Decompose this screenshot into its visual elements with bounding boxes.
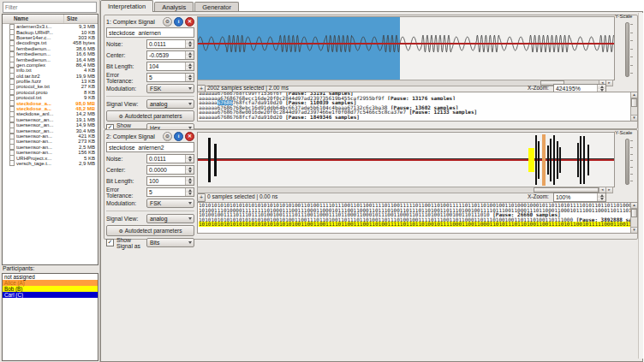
- noise-spinbox[interactable]: 0.0111: [146, 39, 194, 49]
- file-row[interactable]: URHProject.x...5 KB: [3, 155, 98, 160]
- file-row[interactable]: profile.fuzz13 KB: [3, 79, 98, 84]
- scroll-down-icon[interactable]: ▼: [631, 227, 637, 233]
- file-row[interactable]: tuersensor_an...19,1 MB: [3, 117, 98, 122]
- file-row[interactable]: protocol.txt9 KB: [3, 95, 98, 100]
- main-scrollbar[interactable]: [638, 13, 643, 359]
- file-row[interactable]: old.tar.bz219,9 MB: [3, 74, 98, 79]
- signal-burst: [208, 138, 211, 182]
- signal-2-settings-icon[interactable]: ⚙: [163, 132, 172, 141]
- file-row[interactable]: tuersensor_an...30,4 MB: [3, 128, 98, 133]
- file-row[interactable]: versch_tage.t...2,9 MB: [3, 161, 98, 166]
- file-row[interactable]: tuersensor-an...156 KB: [3, 150, 98, 155]
- tab-interpretation[interactable]: Interpretation: [100, 0, 153, 12]
- file-row[interactable]: Boeser14er.c...303 KB: [3, 35, 98, 40]
- bit-length-spinbox[interactable]: 104: [146, 62, 194, 71]
- signal-1-close-icon[interactable]: ✕: [185, 17, 194, 27]
- file-row[interactable]: decodings.txt458 bytes: [3, 40, 98, 45]
- scroll-up-icon[interactable]: ▲: [631, 203, 637, 209]
- signal-view-combobox[interactable]: analog: [146, 99, 194, 109]
- scroll-down-icon[interactable]: ▼: [631, 115, 637, 121]
- h-scrollbar-2[interactable]: ◂▸: [197, 187, 613, 193]
- spin-down-icon[interactable]: [186, 78, 194, 82]
- bit-length-spinbox[interactable]: 100: [146, 176, 194, 186]
- autodetect-parameters-button[interactable]: ⚙ Autodetect parameters: [106, 225, 194, 236]
- spin-down-icon[interactable]: [186, 181, 194, 186]
- bits-v-scrollbar[interactable]: ▲▼: [630, 203, 637, 233]
- message-row[interactable]: 1010101010101010101010101010101001100110…: [199, 222, 637, 227]
- modulation-combobox[interactable]: FSK: [146, 84, 194, 93]
- file-row[interactable]: info.txt4 KB: [3, 68, 98, 73]
- modulation-value: FSK: [147, 200, 186, 206]
- column-name[interactable]: Name: [3, 15, 64, 23]
- y-scale-slider-1[interactable]: [625, 22, 629, 77]
- file-row[interactable]: fernbedienun...38,6 MB: [3, 46, 98, 51]
- modulation-combobox[interactable]: FSK: [146, 199, 194, 208]
- signal-2-name-input[interactable]: [106, 142, 194, 152]
- zoom-in-button-2[interactable]: +: [197, 193, 206, 202]
- autodetect-parameters-button[interactable]: ⚙ Autodetect parameters: [106, 110, 194, 122]
- center-spinbox[interactable]: -0.0539: [146, 50, 194, 60]
- signal-2-waveform-plot[interactable]: [197, 132, 615, 187]
- file-row[interactable]: tuersensor-an...421 KB: [3, 134, 98, 139]
- spin-down-icon[interactable]: [598, 198, 605, 202]
- scroll-right-icon[interactable]: ▸: [605, 187, 612, 193]
- spin-down-icon[interactable]: [186, 170, 194, 175]
- signal-2-bit-messages[interactable]: 1010101010101010101010101010101001101001…: [197, 202, 638, 234]
- file-row[interactable]: steckdose_a...98,0 MB: [3, 100, 98, 105]
- signal-2-info-icon[interactable]: i: [174, 132, 183, 141]
- signal-burst: [542, 134, 546, 186]
- file-row[interactable]: fernbedienun...16,4 MB: [3, 56, 98, 62]
- file-size: 16,4 MB: [61, 57, 98, 62]
- file-tree[interactable]: Name Size anlernen3x3.t...9,3 MBBackup.U…: [2, 14, 98, 265]
- filter-input[interactable]: [3, 2, 97, 13]
- file-row[interactable]: gen.complex86,4 MB: [3, 62, 98, 68]
- spin-down-icon[interactable]: [186, 67, 194, 71]
- participant-row[interactable]: not assigned: [3, 274, 98, 280]
- file-row[interactable]: tuersensor_an...14,9 MB: [3, 122, 98, 128]
- noise-spinbox[interactable]: 0.0111: [146, 154, 194, 163]
- show-signal-as-combobox[interactable]: Bits: [146, 238, 194, 247]
- signal-1-info-icon[interactable]: i: [174, 17, 183, 27]
- signal-burst: [587, 145, 589, 175]
- file-row[interactable]: protocol.proto8 KB: [3, 90, 98, 95]
- signal-view-combobox[interactable]: analog: [146, 214, 194, 223]
- signal-1-name-input[interactable]: [106, 27, 194, 38]
- column-size[interactable]: Size: [64, 15, 98, 23]
- spin-down-icon[interactable]: [186, 45, 194, 49]
- scroll-right-icon[interactable]: ▸: [605, 80, 612, 86]
- file-row[interactable]: tuersensor-an...2,5 MB: [3, 145, 98, 150]
- error-tolerance-spinbox[interactable]: 5: [146, 73, 194, 82]
- signal-view-label: Signal View:: [106, 101, 146, 107]
- file-name: versch_tage.t...: [16, 161, 61, 166]
- participant-row[interactable]: Bob (B): [3, 286, 98, 292]
- file-icon: [9, 160, 15, 166]
- gear-icon: ⚙: [118, 228, 122, 234]
- participants-list[interactable]: not assignedAlice (A)Bob (B)Carl (C): [2, 273, 98, 361]
- file-row[interactable]: protocol_ke.txt27 KB: [3, 84, 98, 89]
- file-row[interactable]: steckdose_anl...14,2 MB: [3, 111, 98, 116]
- spin-down-icon[interactable]: [186, 193, 194, 197]
- scroll-up-icon[interactable]: ▲: [631, 92, 637, 98]
- file-size: 458 bytes: [61, 40, 98, 45]
- signal-2-close-icon[interactable]: ✕: [185, 132, 194, 141]
- signal-1-waveform-plot[interactable]: [197, 16, 615, 80]
- tab-bar: Interpretation Analysis Generator: [100, 0, 240, 12]
- signal-1-settings-icon[interactable]: ⚙: [163, 17, 172, 27]
- x-zoom-spinbox-2[interactable]: 100%: [553, 193, 606, 202]
- file-row[interactable]: anlernen3x3.t...9,3 MB: [3, 24, 98, 29]
- participant-row[interactable]: Alice (A): [3, 280, 98, 286]
- signal-1-hex-messages[interactable]: aaaaaa67686768fc99ff1536f6f [Pause: 3319…: [197, 92, 638, 122]
- hex-v-scrollbar[interactable]: ▲▼: [630, 92, 637, 121]
- center-spinbox[interactable]: 0.0000: [146, 165, 194, 175]
- error-tolerance-spinbox[interactable]: 5: [146, 187, 194, 197]
- file-row[interactable]: tuersensor-an...273 KB: [3, 139, 98, 144]
- file-row[interactable]: steckdose_a...48,2 MB: [3, 106, 98, 111]
- file-row[interactable]: fernbedienun...16,6 MB: [3, 51, 98, 56]
- spin-down-icon[interactable]: [186, 159, 194, 163]
- show-signal-as-checkbox[interactable]: ✓: [106, 239, 114, 246]
- y-scale-slider-2[interactable]: [625, 139, 629, 185]
- participant-row[interactable]: Carl (C): [3, 292, 98, 298]
- message-row[interactable]: aaaaaa67686768fcfa7da910d20 [Pause: 1849…: [199, 115, 637, 120]
- spin-down-icon[interactable]: [186, 56, 194, 60]
- file-row[interactable]: Backup.URHP...10 KB: [3, 29, 98, 34]
